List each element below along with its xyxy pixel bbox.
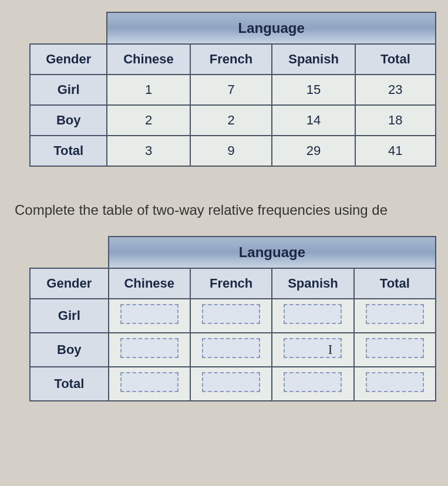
corner-cell: [30, 237, 109, 268]
col-total: Total: [354, 268, 436, 299]
col-french: French: [190, 44, 272, 75]
input-box[interactable]: [366, 338, 424, 358]
input-box[interactable]: [284, 372, 342, 392]
instruction-text: Complete the table of two-way relative f…: [12, 202, 436, 218]
table-row: Boy 2 2 14 18: [30, 105, 436, 136]
data-cell: 29: [272, 136, 355, 166]
language-header: Language: [109, 237, 436, 268]
data-cell: 14: [272, 105, 355, 136]
data-cell: 3: [107, 136, 190, 166]
language-header: Language: [107, 12, 436, 44]
data-cell: 23: [355, 75, 436, 105]
col-spanish: Spanish: [272, 268, 353, 299]
input-cell[interactable]: [190, 367, 272, 401]
data-cell: 7: [190, 75, 272, 105]
data-cell: 15: [272, 75, 355, 105]
col-chinese: Chinese: [109, 268, 190, 299]
row-boy: Boy: [30, 333, 109, 367]
data-cell: 2: [190, 105, 272, 136]
input-box[interactable]: [284, 304, 342, 324]
data-cell: 2: [107, 105, 190, 136]
table-row: Girl 1 7 15 23: [30, 75, 436, 105]
relative-frequency-table: Language Gender Chinese French Spanish T…: [29, 236, 436, 401]
input-box[interactable]: [120, 304, 178, 324]
table-row: Total 3 9 29 41: [30, 136, 436, 166]
input-box[interactable]: [120, 372, 178, 392]
data-cell: 41: [355, 136, 436, 166]
input-box[interactable]: [120, 338, 178, 358]
input-cell[interactable]: [354, 299, 436, 333]
table-row: Girl: [30, 299, 436, 333]
input-cell[interactable]: [354, 367, 436, 401]
row-boy: Boy: [30, 105, 107, 136]
row-girl: Girl: [30, 75, 107, 105]
data-cell: 1: [107, 75, 190, 105]
input-box[interactable]: [366, 304, 424, 324]
row-total: Total: [30, 136, 107, 166]
input-cell[interactable]: [109, 299, 190, 333]
input-cell[interactable]: [190, 333, 272, 367]
input-cell[interactable]: I: [272, 333, 353, 367]
col-french: French: [190, 268, 272, 299]
input-cell[interactable]: [272, 299, 353, 333]
row-total: Total: [30, 367, 109, 401]
frequency-table: Language Gender Chinese French Spanish T…: [29, 12, 436, 167]
col-spanish: Spanish: [272, 44, 355, 75]
input-cell[interactable]: [354, 333, 436, 367]
input-box[interactable]: [202, 304, 260, 324]
row-girl: Girl: [30, 299, 109, 333]
table-row: Boy I: [30, 333, 436, 367]
corner-cell: [30, 12, 107, 44]
input-box[interactable]: [202, 338, 260, 358]
col-chinese: Chinese: [107, 44, 190, 75]
input-cell[interactable]: [109, 367, 190, 401]
input-box[interactable]: [284, 338, 342, 358]
input-box[interactable]: [202, 372, 260, 392]
text-cursor-icon: I: [328, 342, 333, 357]
data-cell: 18: [355, 105, 436, 136]
input-box[interactable]: [366, 372, 424, 392]
input-cell[interactable]: [109, 333, 190, 367]
data-cell: 9: [190, 136, 272, 166]
input-cell[interactable]: [272, 367, 353, 401]
gender-header: Gender: [30, 44, 107, 75]
table-row: Total: [30, 367, 436, 401]
col-total: Total: [355, 44, 436, 75]
input-cell[interactable]: [190, 299, 272, 333]
gender-header: Gender: [30, 268, 109, 299]
